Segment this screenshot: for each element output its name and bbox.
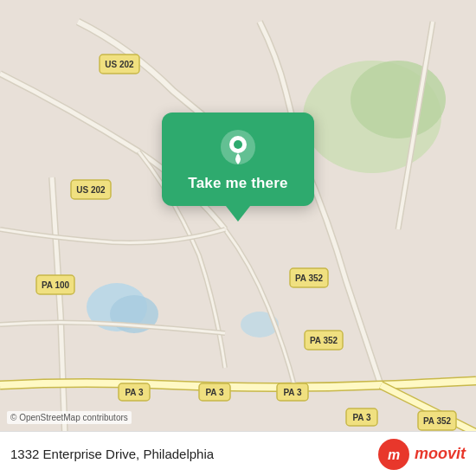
svg-point-28 xyxy=(234,140,242,149)
svg-text:PA 3: PA 3 xyxy=(283,388,302,397)
location-pin-icon xyxy=(219,128,257,166)
svg-text:m: m xyxy=(388,447,400,462)
copyright-notice: © OpenStreetMap contributors xyxy=(7,411,132,424)
popup-card: Take me there xyxy=(162,113,314,222)
svg-text:PA 352: PA 352 xyxy=(310,336,338,345)
moovit-logo-text: moovit xyxy=(415,445,466,463)
svg-point-2 xyxy=(351,61,446,138)
address-label: 1332 Enterprise Drive, Philadelphia xyxy=(10,447,214,461)
bottom-bar: 1332 Enterprise Drive, Philadelphia m mo… xyxy=(0,431,476,476)
map-container: US 202 US 202 PA 100 PA 352 PA 352 PA 35… xyxy=(0,0,476,476)
popup-inner: Take me there xyxy=(162,113,314,206)
svg-text:PA 352: PA 352 xyxy=(295,273,324,283)
svg-text:PA 3: PA 3 xyxy=(125,388,144,397)
svg-text:US 202: US 202 xyxy=(105,60,134,69)
svg-text:PA 3: PA 3 xyxy=(205,388,224,397)
take-me-there-button[interactable]: Take me there xyxy=(188,175,287,192)
svg-text:PA 3: PA 3 xyxy=(352,413,371,422)
moovit-logo: m moovit xyxy=(378,439,466,470)
svg-text:PA 100: PA 100 xyxy=(42,280,70,290)
svg-text:PA 352: PA 352 xyxy=(423,416,452,426)
map-background: US 202 US 202 PA 100 PA 352 PA 352 PA 35… xyxy=(0,0,476,476)
popup-arrow xyxy=(226,206,250,222)
svg-text:US 202: US 202 xyxy=(76,185,106,195)
moovit-logo-icon: m xyxy=(378,439,409,470)
